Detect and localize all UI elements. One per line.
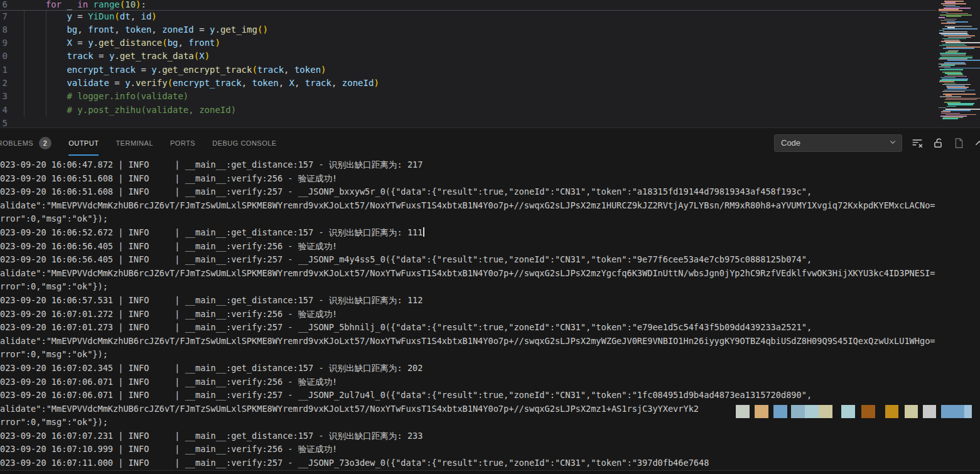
log-line: alidate":"MmEVPVVdcMmKzhUB6rcJZ6vT/FJmTz…	[0, 267, 980, 281]
problems-badge: 2	[39, 137, 51, 149]
log-line: alidate":"MmEVPVVdcMmKzhUB6rcJZ6vT/FJmTz…	[0, 335, 980, 348]
log-line: 023-09-20 16:07:06.071 | INFO | __main__…	[0, 389, 980, 402]
log-line: 023-09-20 16:06:51.608 | INFO | __main__…	[0, 185, 980, 199]
panel-actions: Code	[774, 128, 980, 158]
tab-output[interactable]: OUTPUT	[68, 128, 99, 158]
code-line: track = y.get_track_data(X)	[24, 50, 210, 63]
log-line: 023-09-20 16:06:56.405 | INFO | __main__…	[0, 240, 980, 254]
color-swatch	[941, 405, 964, 418]
line-number: 1	[0, 63, 8, 77]
log-line: 023-09-20 16:07:01.272 | INFO | __main__…	[0, 308, 980, 321]
line-number: 3	[0, 90, 8, 103]
minimap-line	[942, 91, 965, 92]
color-swatch	[964, 405, 972, 418]
line-number: 9	[0, 36, 8, 50]
color-swatch	[805, 405, 819, 418]
panel-bottom-edge	[0, 470, 980, 474]
output-log[interactable]: 023-09-20 16:06:47.872 | INFO | __main__…	[0, 158, 980, 470]
log-line: 023-09-20 16:06:56.405 | INFO | __main__…	[0, 253, 980, 267]
color-swatch	[861, 405, 875, 418]
tab-debug-console[interactable]: DEBUG CONSOLE	[212, 128, 276, 158]
line-number: 6	[0, 0, 8, 9]
code-line: # y.post_zhihu(validate, zoneId)	[24, 104, 236, 117]
tab-label: TERMINAL	[116, 139, 153, 147]
code-line: y = YiDun(dt, id)	[24, 10, 157, 24]
color-swatch	[755, 405, 768, 418]
tab-label: PORTS	[170, 139, 195, 147]
code-line: for _ in range(10):	[24, 0, 146, 9]
line-number: 8	[0, 23, 8, 36]
line-number: 5	[0, 117, 8, 127]
code-line: validate = y.verify(encrypt_track, token…	[24, 77, 379, 90]
clear-output-icon[interactable]	[910, 136, 924, 150]
log-line: 023-09-20 16:07:07.231 | INFO | __main__…	[0, 429, 980, 443]
tab-label: DEBUG CONSOLE	[212, 139, 276, 147]
color-swatch	[773, 405, 787, 418]
color-swatch	[791, 405, 805, 418]
color-swatch	[819, 405, 832, 418]
panel-header: PROBLEMS2OUTPUTTERMINALPORTSDEBUG CONSOL…	[0, 128, 980, 158]
minimap-line	[947, 60, 980, 61]
output-channel-value: Code	[781, 138, 800, 148]
color-swatches-overlay	[0, 405, 980, 418]
line-number: 7	[0, 10, 8, 23]
color-swatch	[885, 405, 898, 418]
minimap-line	[940, 69, 963, 70]
bottom-panel: PROBLEMS2OUTPUTTERMINALPORTSDEBUG CONSOL…	[0, 127, 980, 474]
code-line: encrypt_track = y.get_encrypt_track(trac…	[24, 63, 326, 77]
text-cursor	[423, 227, 424, 237]
minimap-line	[947, 106, 956, 107]
tab-problems[interactable]: PROBLEMS2	[0, 128, 51, 158]
log-line: 023-09-20 16:06:51.608 | INFO | __main__…	[0, 172, 980, 186]
chevron-up-icon[interactable]	[972, 136, 980, 150]
tab-label: OUTPUT	[68, 139, 99, 147]
minimap-line	[945, 99, 977, 100]
tab-ports[interactable]: PORTS	[170, 128, 195, 158]
log-line: alidate":"MmEVPVVdcMmKzhUB6rcJZ6vT/FJmTz…	[0, 199, 980, 213]
log-line: 023-09-20 16:07:10.999 | INFO | __main__…	[0, 443, 980, 456]
log-line: 023-09-20 16:07:01.273 | INFO | __main__…	[0, 321, 980, 335]
minimap-line	[943, 48, 974, 49]
log-line: rror":0,"msg":"ok"});	[0, 280, 980, 294]
minimap-line	[941, 23, 956, 24]
minimap-line	[946, 16, 961, 17]
minimap[interactable]	[937, 0, 980, 123]
chevron-down-icon	[889, 138, 897, 148]
line-number: 0	[0, 50, 8, 63]
output-channel-select[interactable]: Code	[774, 134, 902, 152]
line-number: 4	[0, 104, 8, 117]
tab-terminal[interactable]: TERMINAL	[116, 128, 153, 158]
log-line: rror":0,"msg":"ok"});	[0, 348, 980, 362]
code-line: X = y.get_distance(bg, front)	[24, 36, 220, 50]
code-line: # logger.info(validate)	[24, 90, 188, 104]
log-line: 023-09-20 16:06:57.531 | INFO | __main__…	[0, 294, 980, 308]
sticky-scroll-line: 6 for _ in range(10):	[0, 0, 937, 11]
log-line: rror":0,"msg":"ok"});	[0, 212, 980, 226]
log-line: 023-09-20 16:07:11.000 | INFO | __main__…	[0, 456, 980, 470]
log-line: 023-09-20 16:07:06.071 | INFO | __main__…	[0, 375, 980, 389]
code-editor[interactable]: 7 y = YiDun(dt, id)8 bg, front, token, z…	[0, 0, 980, 127]
color-swatch	[923, 405, 936, 418]
color-swatch	[905, 405, 918, 418]
color-swatch	[841, 405, 855, 418]
tab-label: PROBLEMS	[0, 139, 33, 147]
color-swatch	[736, 405, 750, 418]
minimap-line	[942, 118, 958, 119]
log-line: 023-09-20 16:06:47.872 | INFO | __main__…	[0, 158, 980, 172]
log-line: 023-09-20 16:06:52.672 | INFO | __main__…	[0, 226, 980, 240]
line-number: 2	[0, 77, 8, 90]
log-line: 023-09-20 16:07:02.345 | INFO | __main__…	[0, 362, 980, 375]
code-line: bg, front, token, zoneId = y.get_img()	[24, 23, 268, 37]
unlock-icon[interactable]	[931, 136, 945, 150]
output-file-icon[interactable]	[952, 136, 966, 150]
minimap-line	[942, 28, 977, 30]
